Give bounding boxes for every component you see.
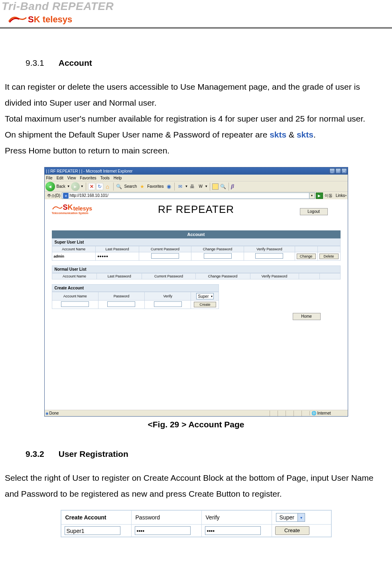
- toolbar-separator: [229, 183, 229, 191]
- edit-dropdown-icon[interactable]: ▼: [205, 185, 208, 188]
- change-password-input[interactable]: [204, 253, 232, 259]
- create-password-input[interactable]: [107, 301, 135, 307]
- section-title: Account: [59, 58, 92, 67]
- menu-tools[interactable]: Tools: [100, 176, 109, 180]
- create-account-header: Create Account: [61, 511, 131, 525]
- fwd-dropdown-icon[interactable]: ▼: [81, 185, 84, 188]
- col-account-name: Account Name: [52, 292, 98, 301]
- ie-page-icon: e: [63, 193, 69, 199]
- section-heading-9-3-2: 9.3.2User Registration: [26, 449, 387, 459]
- links-label[interactable]: Links: [336, 193, 345, 198]
- window-title: | | RF REPEATER | | - Microsoft Internet…: [46, 169, 329, 173]
- table-row: Super1 •••• •••• Create: [61, 525, 331, 537]
- body-paragraph: It can register or delete the users acce…: [5, 79, 387, 111]
- skts-credential: skts: [270, 130, 286, 139]
- media-icon[interactable]: ◉: [165, 183, 172, 190]
- minimize-button[interactable]: _: [329, 168, 335, 174]
- status-internet-text: Internet: [317, 411, 331, 415]
- toolbar-separator: [113, 183, 114, 191]
- stop-icon[interactable]: ✕: [88, 183, 95, 190]
- menu-favorites[interactable]: Favorites: [80, 176, 96, 180]
- table-row: Create: [52, 301, 219, 309]
- folder-icon[interactable]: [212, 183, 219, 190]
- col-change-password: Change Password: [195, 273, 250, 279]
- col-verify: Verify: [145, 292, 191, 301]
- back-label[interactable]: Back: [57, 184, 65, 189]
- create-button[interactable]: Create: [194, 302, 216, 307]
- normal-user-list-label: Normal User List: [52, 265, 341, 273]
- menu-help[interactable]: Help: [114, 176, 122, 180]
- doc-title: Tri-Band REPEATER: [0, 0, 392, 13]
- go-button[interactable]: ▶: [316, 193, 323, 199]
- menu-view[interactable]: View: [67, 176, 76, 180]
- favorites-icon[interactable]: ★: [138, 183, 146, 190]
- create-button[interactable]: Create: [275, 526, 309, 535]
- delete-button[interactable]: Delete: [319, 254, 339, 259]
- screenshot-create-account-snippet: Create Account Password Verify Super ▾ S…: [61, 510, 332, 537]
- search-label[interactable]: Search: [124, 184, 137, 189]
- beta-icon[interactable]: β: [231, 183, 234, 190]
- figure-caption: <Fig. 29 > Account Page: [5, 420, 387, 429]
- user-type-select[interactable]: Super ▾: [276, 513, 305, 522]
- text: .: [313, 130, 316, 139]
- status-done-text: Done: [49, 411, 59, 415]
- forward-button[interactable]: ►: [71, 182, 80, 191]
- window-control-buttons: _ □ ×: [329, 168, 347, 174]
- menu-edit[interactable]: Edit: [57, 176, 63, 180]
- home-button[interactable]: Home: [293, 313, 321, 320]
- select-value: Super: [276, 514, 297, 521]
- section-title: User Registration: [59, 449, 128, 458]
- refresh-icon[interactable]: ↻: [96, 183, 103, 190]
- ie-statusbar: ◉ Done 🌐 Internet: [45, 410, 348, 416]
- account-name-input[interactable]: Super1: [65, 526, 120, 535]
- logout-button[interactable]: Logout: [300, 208, 328, 215]
- home-icon[interactable]: ⌂: [104, 183, 111, 190]
- address-url: http://192.168.10.101/: [69, 193, 108, 198]
- col-last-password: Last Password: [97, 273, 142, 279]
- super-user-table: Account Name Last Password Current Passw…: [52, 246, 341, 261]
- create-account-label: Create Account: [52, 284, 219, 292]
- create-account-table: Account Name Password Verify Super Creat…: [52, 292, 219, 309]
- search-icon[interactable]: 🔍: [116, 183, 123, 190]
- chevron-down-icon: ▾: [297, 513, 305, 521]
- text: &: [286, 130, 297, 139]
- logo-row: SK telesys: [0, 13, 392, 25]
- status-zones: [270, 411, 309, 416]
- address-dropdown[interactable]: ▾: [309, 193, 315, 199]
- maximize-button[interactable]: □: [335, 168, 341, 174]
- table-row: admin ●●●●● Change Delete: [52, 252, 340, 261]
- user-type-select[interactable]: Super: [196, 293, 214, 299]
- mail-icon[interactable]: ✉: [177, 183, 184, 190]
- back-button[interactable]: ◄: [45, 182, 55, 191]
- verify-input[interactable]: ••••: [205, 526, 261, 535]
- address-input[interactable]: e http://192.168.10.101/: [62, 193, 309, 199]
- body-paragraph: Total maximum user's number available fo…: [5, 111, 387, 127]
- sk-swoosh-icon: [8, 14, 27, 25]
- links-chevron-icon[interactable]: »: [345, 194, 347, 197]
- create-account-name-input[interactable]: [61, 301, 89, 307]
- panel-header-account: Account: [52, 230, 341, 238]
- verify-header: Verify: [201, 511, 272, 525]
- status-done: ◉ Done: [45, 411, 270, 415]
- menu-file[interactable]: File: [46, 176, 53, 180]
- mail-dropdown-icon[interactable]: ▼: [185, 185, 188, 188]
- favorites-label[interactable]: Favorites: [147, 184, 163, 189]
- ie-menubar: File Edit View Favorites Tools Help: [45, 175, 348, 181]
- edit-icon[interactable]: W: [197, 183, 204, 190]
- verify-password-input[interactable]: [255, 253, 283, 259]
- current-password-input[interactable]: [151, 253, 179, 259]
- print-icon[interactable]: 🖶: [189, 183, 196, 190]
- section-heading-9-3-1: 9.3.1Account: [26, 58, 387, 68]
- password-input[interactable]: ••••: [135, 526, 191, 535]
- magnify-icon[interactable]: 🔍: [219, 183, 227, 190]
- page-body: SK telesys Telecommunication System RF R…: [45, 199, 348, 410]
- go-label: 이동: [323, 193, 334, 199]
- document-header: Tri-Band REPEATER SK telesys: [0, 0, 392, 27]
- super-user-list-label: Super User List: [52, 238, 341, 246]
- create-verify-input[interactable]: [154, 301, 182, 307]
- ie-toolbar: ◄ Back ▼ ► ▼ ✕ ↻ ⌂ 🔍 Search ★ Favorites …: [45, 181, 348, 191]
- body-paragraph: Select the right of User to register on …: [5, 470, 387, 502]
- close-button[interactable]: ×: [341, 168, 347, 174]
- back-dropdown-icon[interactable]: ▼: [67, 185, 70, 188]
- change-button[interactable]: Change: [297, 254, 316, 259]
